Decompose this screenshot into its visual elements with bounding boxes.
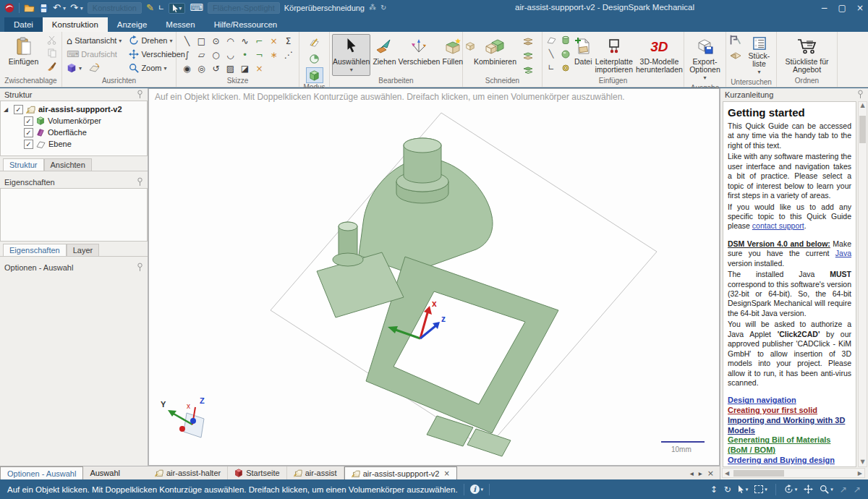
sketch-ellipse-icon[interactable]: ◉: [180, 61, 195, 75]
scroll-right-icon[interactable]: ▶: [858, 470, 862, 477]
project-face-icon[interactable]: [522, 63, 535, 75]
link-importing-3d-models[interactable]: Importing and Working with 3D Models: [728, 416, 845, 435]
sketch-mode-button[interactable]: [306, 34, 323, 50]
pin-icon[interactable]: [137, 177, 143, 187]
pan-button[interactable]: [804, 485, 813, 494]
ziehen-button[interactable]: Ziehen: [372, 34, 396, 68]
menu-tab-konstruktion[interactable]: Konstruktion: [43, 17, 108, 32]
tree-item-oberflaeche[interactable]: ✓ Oberfläche: [1, 127, 147, 138]
tree-item-ebene[interactable]: ✓ Ebene: [1, 138, 147, 150]
spin-icon[interactable]: ↕: [710, 485, 718, 495]
select-mode-button[interactable]: ▾: [738, 485, 749, 493]
doc-tab-air-assist-halter[interactable]: air-assist-halter: [148, 466, 228, 479]
pin-icon[interactable]: [137, 90, 143, 99]
export-optionen-button[interactable]: Export- Optionen ▾: [686, 34, 723, 84]
tab-scroll-left-icon[interactable]: ◂: [690, 469, 694, 477]
cut-icon[interactable]: [46, 34, 59, 46]
insert-sphere-icon[interactable]: [559, 48, 572, 60]
refresh-icon[interactable]: ↻: [380, 0, 386, 16]
link-generating-bom[interactable]: Generating Bill of Materials (BoM / BOM): [728, 435, 830, 454]
properties-box[interactable]: [0, 188, 148, 242]
undo-dropdown-icon[interactable]: ▾: [63, 5, 66, 12]
snap-angle-icon[interactable]: ∟: [158, 0, 164, 16]
leiterplatte-button[interactable]: Leiterplatte importieren: [595, 34, 634, 76]
scrollbar-thumb[interactable]: [733, 470, 784, 477]
doc-tab-air-assist[interactable]: air-assist: [287, 466, 344, 479]
horizontal-scrollbar[interactable]: ◀ ▶: [722, 468, 865, 478]
sketch-sweep-arc-icon[interactable]: ↺: [209, 61, 224, 75]
format-painter-icon[interactable]: [46, 60, 59, 72]
verschieben-edit-button[interactable]: Verschieben: [398, 34, 440, 68]
sketch-plane-hatch-icon[interactable]: ▨: [224, 61, 238, 75]
sketch-spline-icon[interactable]: ∿: [238, 34, 252, 48]
doc-tab-startseite[interactable]: Startseite: [228, 466, 286, 479]
menu-tab-anzeige[interactable]: Anzeige: [108, 17, 157, 32]
section-mode-button[interactable]: [306, 51, 323, 67]
insert-datei-button[interactable]: Datei: [574, 34, 593, 68]
redo-dropdown-icon[interactable]: ▾: [80, 5, 83, 12]
sketch-corner-icon[interactable]: ⌐: [252, 34, 267, 48]
sketch-trim-icon[interactable]: ×: [267, 34, 281, 48]
info-button[interactable]: i▾: [470, 485, 484, 494]
checkbox[interactable]: ✓: [24, 128, 33, 137]
redo-button[interactable]: ↷: [70, 0, 78, 16]
sketch-circle2-icon[interactable]: ○: [209, 48, 224, 61]
scroll-up-icon[interactable]: ▲: [860, 102, 864, 108]
split-solid-icon[interactable]: [522, 35, 535, 48]
checkbox[interactable]: ✓: [14, 105, 23, 114]
insert-cylinder-icon[interactable]: [559, 34, 572, 46]
open-file-button[interactable]: [24, 4, 35, 12]
viewport-3d[interactable]: Auf ein Objekt klicken. Mit Doppelklicke…: [148, 88, 720, 466]
sketch-point-icon[interactable]: •: [238, 48, 252, 61]
sketch-line-icon[interactable]: ╲: [180, 34, 195, 48]
sketch-plane-icon[interactable]: [89, 63, 100, 73]
minimize-button[interactable]: −: [821, 3, 828, 13]
doc-tab-air-assist-suppport-v2[interactable]: air-assist-suppport-v2 ×: [344, 466, 457, 479]
sketch-equation-icon[interactable]: Σ: [281, 34, 296, 48]
sketch-fillet-icon[interactable]: ¬: [252, 48, 267, 61]
sketch-rectangle2-icon[interactable]: ▱: [195, 48, 209, 61]
sketch-arc-icon[interactable]: ◠: [224, 34, 238, 48]
tree-item-root[interactable]: ◢ ✓ air-assist-suppport-v2: [1, 103, 147, 115]
next-view-icon[interactable]: ↗: [854, 485, 861, 495]
insert-plane-icon[interactable]: [545, 34, 558, 46]
tree-item-volumenkoerper[interactable]: ✓ Volumenkörper: [1, 115, 147, 127]
prev-view-icon[interactable]: ↗: [840, 485, 847, 495]
scroll-left-icon[interactable]: ◀: [725, 470, 729, 477]
contact-support-link[interactable]: contact support: [752, 221, 804, 230]
stueckliste-button[interactable]: Stück- liste ▾: [745, 34, 774, 78]
startansicht-button[interactable]: ⌂ Startansicht▾: [67, 34, 122, 47]
snap-points-icon[interactable]: ⁂: [369, 0, 376, 16]
fuellen-button[interactable]: Füllen: [441, 34, 464, 68]
sketch-plane-edit-icon[interactable]: ◪: [238, 61, 252, 75]
kombinieren-button[interactable]: Kombinieren: [471, 34, 520, 68]
tab-ansichten[interactable]: Ansichten: [44, 158, 92, 171]
pencil-icon[interactable]: ✎: [146, 0, 154, 16]
sketch-tangent-line-icon[interactable]: ∫: [180, 48, 195, 61]
caliper-icon[interactable]: [729, 34, 742, 46]
3d-modelle-button[interactable]: 3D 3D-Modelle herunterladen: [635, 34, 684, 76]
orbit-button[interactable]: ▾: [784, 485, 798, 494]
insert-gear-icon[interactable]: [559, 61, 572, 74]
split-face-icon[interactable]: [522, 49, 535, 61]
pin-icon[interactable]: [857, 90, 864, 99]
section-wedge-icon[interactable]: [729, 48, 742, 61]
checkbox[interactable]: ✓: [24, 116, 33, 126]
link-design-navigation[interactable]: Design navigation: [728, 396, 796, 404]
flaechen-spotlight-button[interactable]: Flächen-Spotlight: [208, 2, 280, 14]
close-button[interactable]: ×: [856, 3, 864, 13]
maximize-button[interactable]: ▢: [838, 3, 846, 13]
koerperueberschneidung-button[interactable]: Körperüberschneidung: [284, 4, 365, 12]
stueckliste-angebot-button[interactable]: Stückliste für Angebot: [779, 34, 835, 76]
insert-line-icon[interactable]: ╲: [545, 48, 558, 60]
solid-mode-button[interactable]: [306, 67, 323, 83]
sketch-delete-icon[interactable]: ×: [252, 61, 267, 75]
app-logo-icon[interactable]: [4, 3, 14, 13]
tab-layer[interactable]: Layer: [67, 244, 100, 256]
tab-scroll-right-icon[interactable]: ▸: [699, 469, 702, 477]
scroll-down-icon[interactable]: ▼: [860, 459, 864, 465]
scrollbar-thumb[interactable]: [859, 116, 866, 143]
paste-button[interactable]: Einfügen: [4, 34, 44, 68]
tab-close-all-icon[interactable]: ×: [707, 469, 714, 478]
sketch-split-icon[interactable]: ∗: [267, 48, 281, 61]
